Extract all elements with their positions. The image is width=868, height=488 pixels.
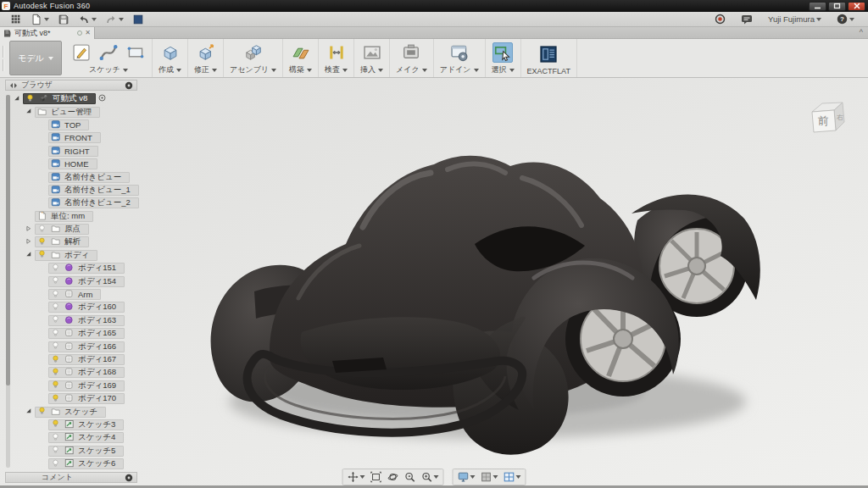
tree-item-chip[interactable]: ボディ169: [48, 380, 125, 391]
minimize-button[interactable]: [809, 2, 826, 11]
zoom-button[interactable]: [420, 470, 441, 484]
tree-item-名前付きビュー[interactable]: 名前付きビュー: [12, 170, 139, 183]
visibility-bulb-on[interactable]: [37, 250, 48, 261]
blue-tile-button[interactable]: [129, 13, 147, 26]
tree-item-chip[interactable]: HOME: [48, 158, 97, 169]
help-menu[interactable]: ?: [833, 13, 858, 25]
select-cursor-tool[interactable]: [492, 42, 513, 63]
tab-close-icon[interactable]: ✕: [85, 30, 91, 36]
look-at-button[interactable]: [403, 470, 418, 484]
tree-item-ボディ168[interactable]: ボディ168: [12, 366, 139, 379]
tree-item-chip[interactable]: 可動式 v8: [23, 93, 96, 104]
create-box-tool[interactable]: [160, 42, 181, 63]
redo-button[interactable]: [102, 13, 127, 26]
tree-item-スケッチ6[interactable]: スケッチ6: [12, 458, 139, 470]
visibility-bulb-off[interactable]: [51, 302, 62, 313]
ribbon-group-挿入[interactable]: 挿入: [354, 39, 390, 77]
toolbar-grip[interactable]: [0, 39, 6, 77]
view-cube[interactable]: 前 右: [800, 92, 854, 146]
ribbon-group-label[interactable]: 構築: [289, 64, 312, 75]
undo-button[interactable]: [75, 13, 100, 26]
tree-item-chip[interactable]: ボディ154: [48, 276, 125, 287]
tree-item-chip[interactable]: ビュー管理: [35, 107, 100, 118]
browser-panel-header[interactable]: ブラウザ: [5, 80, 137, 91]
expander-open-icon[interactable]: [24, 408, 35, 416]
ribbon-group-構築[interactable]: 構築: [283, 39, 319, 77]
tree-item-chip[interactable]: RIGHT: [48, 146, 98, 157]
visibility-bulb-on[interactable]: [51, 354, 62, 365]
tree-item-スケッチ5[interactable]: スケッチ5: [12, 445, 139, 458]
tree-item-chip[interactable]: ボディ163: [48, 315, 125, 326]
ribbon-group-検査[interactable]: 検査: [319, 39, 354, 77]
save-button[interactable]: [54, 13, 73, 26]
visibility-bulb-off[interactable]: [51, 276, 62, 287]
ribbon-group-label[interactable]: アセンブリ: [230, 64, 276, 75]
tree-item-chip[interactable]: 原点: [35, 224, 89, 235]
make-tool[interactable]: [401, 42, 421, 63]
tree-item-ボディ154[interactable]: ボディ154: [12, 274, 139, 287]
assembly-tool[interactable]: [243, 42, 264, 63]
viewport-canvas[interactable]: 前 右 ブラウザ 可動式 v8ビュー管理TOPFRONTRIGHTHOME名前付…: [0, 78, 868, 488]
insert-image-tool[interactable]: [362, 42, 382, 63]
tree-item-chip[interactable]: ボディ166: [48, 341, 125, 352]
browser-scrollbar[interactable]: [6, 95, 10, 468]
expander-open-icon[interactable]: [24, 108, 35, 116]
ribbon-group-label[interactable]: 挿入: [360, 64, 383, 75]
visibility-bulb-on[interactable]: [25, 93, 36, 104]
tree-item-chip[interactable]: ボディ151: [48, 263, 125, 274]
visibility-bulb-on[interactable]: [51, 380, 62, 391]
viewports-button[interactable]: [502, 470, 523, 484]
tree-item-名前付きビュー_2[interactable]: 名前付きビュー_2: [12, 197, 139, 209]
ribbon-group-スケッチ[interactable]: スケッチ: [65, 39, 153, 77]
ribbon-group-選択[interactable]: 選択: [486, 39, 521, 77]
visibility-bulb-off[interactable]: [51, 432, 62, 443]
ribbon-group-label[interactable]: スケッチ: [89, 64, 128, 75]
tree-item-chip[interactable]: 解析: [35, 236, 89, 247]
orbit-button[interactable]: [386, 470, 401, 484]
tree-item-RIGHT[interactable]: RIGHT: [12, 145, 139, 158]
tree-item-chip[interactable]: スケッチ4: [48, 432, 124, 443]
tree-item-ボディ163[interactable]: ボディ163: [12, 314, 139, 327]
apps-grid-button[interactable]: [7, 13, 25, 26]
ribbon-group-修正[interactable]: 修正: [188, 39, 224, 77]
tree-item-ボディ167[interactable]: ボディ167: [12, 353, 139, 366]
tree-item-chip[interactable]: ボディ160: [48, 302, 125, 313]
tree-item-スケッチ4[interactable]: スケッチ4: [12, 431, 139, 444]
pencil-tool[interactable]: [71, 42, 92, 63]
visibility-bulb-off[interactable]: [51, 458, 62, 469]
panel-options-icon[interactable]: [125, 474, 133, 482]
tree-item-chip[interactable]: 単位: mm: [35, 211, 93, 222]
tree-item-解析[interactable]: 解析: [12, 236, 139, 248]
visibility-bulb-off[interactable]: [51, 263, 62, 274]
display-settings-button[interactable]: [456, 470, 477, 484]
comments-panel-header[interactable]: コメント: [5, 472, 137, 483]
tree-item-FRONT[interactable]: FRONT: [12, 131, 139, 144]
construct-planes-tool[interactable]: [291, 42, 311, 63]
visibility-bulb-on[interactable]: [37, 407, 48, 418]
rect-sketch-tool[interactable]: [125, 42, 146, 63]
tree-item-chip[interactable]: スケッチ6: [48, 458, 124, 469]
spline-tool[interactable]: [98, 42, 119, 63]
tree-item-ビュー管理[interactable]: ビュー管理: [12, 105, 139, 118]
ribbon-group-label[interactable]: 検査: [325, 64, 348, 75]
user-menu[interactable]: Yuji Fujimura: [765, 14, 825, 25]
tree-item-chip[interactable]: スケッチ5: [48, 446, 124, 457]
ribbon-group-label[interactable]: 修正: [194, 64, 217, 75]
expander-open-icon[interactable]: [12, 95, 23, 103]
tree-item-HOME[interactable]: HOME: [12, 158, 139, 170]
visibility-bulb-off[interactable]: [51, 328, 62, 339]
tree-item-可動式-v8[interactable]: 可動式 v8: [12, 92, 139, 105]
tree-item-ボディ160[interactable]: ボディ160: [12, 301, 139, 313]
tree-item-ボディ170[interactable]: ボディ170: [12, 392, 139, 405]
ribbon-group-label[interactable]: 作成: [159, 64, 181, 75]
tree-item-chip[interactable]: ボディ165: [48, 328, 125, 339]
tree-item-スケッチ3[interactable]: スケッチ3: [12, 419, 139, 431]
tree-item-Arm[interactable]: Arm: [12, 288, 139, 301]
tree-item-chip[interactable]: FRONT: [48, 132, 101, 143]
collapse-toolbar-button[interactable]: ^: [854, 27, 868, 38]
tree-item-スケッチ[interactable]: スケッチ: [12, 405, 139, 418]
ribbon-group-label[interactable]: アドイン: [440, 64, 479, 75]
panel-options-icon[interactable]: [125, 81, 133, 90]
grid-snaps-button[interactable]: [479, 470, 500, 484]
visibility-bulb-on[interactable]: [51, 393, 62, 404]
